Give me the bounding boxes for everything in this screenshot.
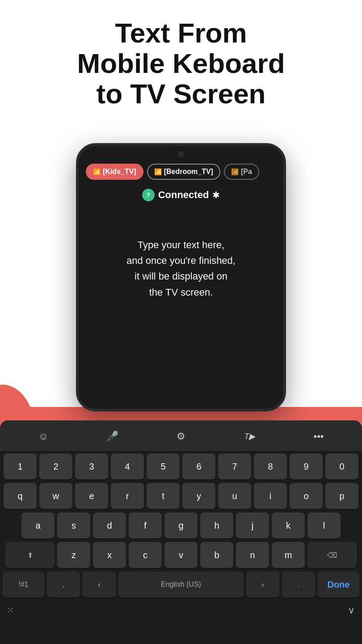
key-w[interactable]: w <box>39 483 72 509</box>
connected-indicator: ? <box>142 189 155 201</box>
emoji-button[interactable]: ☺ <box>34 427 53 446</box>
spacebar[interactable]: English (US) <box>118 572 244 597</box>
key-z[interactable]: z <box>57 542 90 568</box>
key-y[interactable]: y <box>182 483 215 509</box>
tab-kids-tv-label: [Kids_TV] <box>103 168 136 176</box>
key-j[interactable]: j <box>236 513 269 538</box>
key-t[interactable]: t <box>147 483 180 509</box>
key-p[interactable]: p <box>325 483 358 509</box>
key-u[interactable]: u <box>218 483 251 509</box>
keyboard-toolbar: ☺ 🎤 ⚙ T▶ ••• <box>0 420 362 451</box>
done-key[interactable]: Done <box>318 572 359 597</box>
symbols-key[interactable]: !#1 <box>3 572 44 597</box>
phone-camera <box>178 151 184 157</box>
bottom-row: !#1 , ‹ English (US) › . Done <box>3 572 359 597</box>
key-c[interactable]: c <box>129 542 162 568</box>
key-h[interactable]: h <box>200 513 233 538</box>
chevron-left-key[interactable]: ‹ <box>83 572 116 597</box>
key-a[interactable]: a <box>21 513 55 538</box>
chevron-right-key[interactable]: › <box>246 572 279 597</box>
key-9[interactable]: 9 <box>290 453 323 479</box>
phone-mockup: 📶 [Kids_TV] 📶 [Bedroom_TV] 📶 [Pa ? Conne… <box>76 143 286 411</box>
number-row: 1 2 3 4 5 6 7 8 9 0 <box>3 453 359 479</box>
key-b[interactable]: b <box>200 542 233 568</box>
phone-body-text: Type your text here, and once you're fin… <box>79 210 283 300</box>
key-1[interactable]: 1 <box>4 453 37 479</box>
header-title: Text From Mobile Keboard to TV Screen <box>0 0 362 119</box>
wifi-icon-partial: 📶 <box>231 168 239 175</box>
key-l[interactable]: l <box>307 513 341 538</box>
hide-keyboard-icon[interactable]: ∨ <box>348 605 355 616</box>
zxcv-row: ⬆ z x c v b n m ⌫ <box>3 542 359 568</box>
qwerty-row: q w e r t y u i o p <box>3 483 359 509</box>
period-key[interactable]: . <box>282 572 315 597</box>
tab-partial-tv-label: [Pa <box>241 168 252 176</box>
key-v[interactable]: v <box>164 542 198 568</box>
key-7[interactable]: 7 <box>218 453 251 479</box>
key-2[interactable]: 2 <box>39 453 72 479</box>
tab-partial-tv[interactable]: 📶 [Pa <box>224 164 259 180</box>
key-d[interactable]: d <box>93 513 126 538</box>
key-5[interactable]: 5 <box>147 453 180 479</box>
mic-button[interactable]: 🎤 <box>102 427 122 446</box>
tab-bedroom-tv-label: [Bedroom_TV] <box>164 168 213 176</box>
connected-label: Connected <box>158 189 209 201</box>
tab-bedroom-tv[interactable]: 📶 [Bedroom_TV] <box>147 164 220 180</box>
key-8[interactable]: 8 <box>254 453 287 479</box>
key-m[interactable]: m <box>272 542 305 568</box>
connected-status-row: ? Connected ✱ <box>79 184 283 210</box>
key-i[interactable]: i <box>254 483 287 509</box>
key-o[interactable]: o <box>290 483 323 509</box>
key-s[interactable]: s <box>57 513 90 538</box>
key-f[interactable]: f <box>129 513 162 538</box>
asdf-row: a s d f g h j k l <box>3 513 359 538</box>
keyboard-body: 1 2 3 4 5 6 7 8 9 0 q w e r t y u i o p … <box>0 451 362 597</box>
shift-key[interactable]: ⬆ <box>5 542 55 568</box>
more-button[interactable]: ••• <box>309 427 328 446</box>
keyboard-bottom-bar: ⁙ ∨ <box>0 601 362 621</box>
bluetooth-icon: ✱ <box>212 190 220 200</box>
settings-button[interactable]: ⚙ <box>171 427 191 446</box>
wifi-icon-bedroom: 📶 <box>154 168 162 175</box>
grid-icon[interactable]: ⁙ <box>7 606 14 615</box>
text-style-button[interactable]: T▶ <box>240 427 260 446</box>
key-3[interactable]: 3 <box>75 453 108 479</box>
wifi-icon-kids: 📶 <box>93 168 101 175</box>
key-4[interactable]: 4 <box>111 453 144 479</box>
key-x[interactable]: x <box>93 542 126 568</box>
key-q[interactable]: q <box>4 483 37 509</box>
key-e[interactable]: e <box>75 483 108 509</box>
key-n[interactable]: n <box>236 542 269 568</box>
key-r[interactable]: r <box>111 483 144 509</box>
tab-kids-tv[interactable]: 📶 [Kids_TV] <box>86 164 143 180</box>
key-k[interactable]: k <box>272 513 305 538</box>
key-0[interactable]: 0 <box>325 453 358 479</box>
backspace-key[interactable]: ⌫ <box>307 542 357 568</box>
comma-key[interactable]: , <box>47 572 80 597</box>
key-g[interactable]: g <box>164 513 198 538</box>
key-6[interactable]: 6 <box>182 453 215 479</box>
keyboard: ☺ 🎤 ⚙ T▶ ••• 1 2 3 4 5 6 7 8 9 0 q w e r… <box>0 420 362 644</box>
